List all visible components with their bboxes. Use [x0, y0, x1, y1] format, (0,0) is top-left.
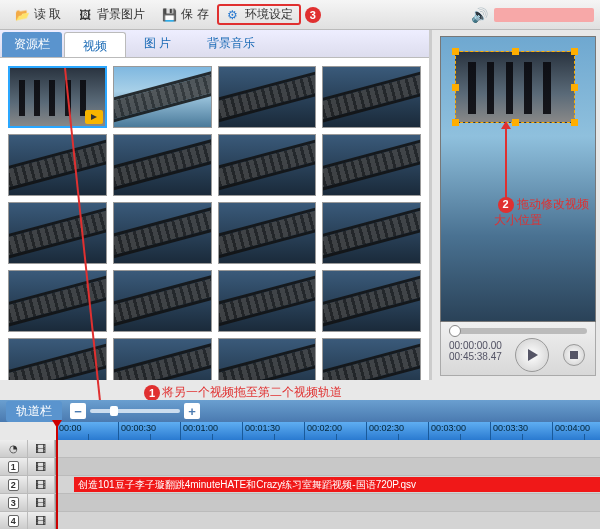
track-lane[interactable]: 创造101豆子李子璇翻跳4minuteHATE和Crazy练习室舞蹈视频-国语7… — [56, 476, 600, 493]
thumb-item[interactable] — [218, 134, 317, 196]
track-lane[interactable] — [56, 440, 600, 457]
film-icon — [28, 458, 56, 475]
preview-panel: 2 拖动修改视频 大小位置 00:00:00.00 00:45:38.47 — [432, 30, 600, 380]
film-icon — [28, 476, 56, 493]
ruler-tick: 00:01:30 — [242, 422, 304, 440]
ruler-tick: 00:02:00 — [304, 422, 366, 440]
resize-handle[interactable] — [452, 48, 459, 55]
video-clip[interactable]: 创造101豆子李子璇翻跳4minuteHATE和Crazy练习室舞蹈视频-国语7… — [74, 477, 600, 492]
thumb-item[interactable] — [113, 134, 212, 196]
thumb-item[interactable] — [8, 338, 107, 380]
zoom-out-button[interactable]: − — [70, 403, 86, 419]
track-lane[interactable] — [56, 512, 600, 529]
thumb-item[interactable] — [8, 66, 107, 128]
tab-source[interactable]: 资源栏 — [2, 32, 62, 57]
seek-bar[interactable] — [449, 328, 587, 334]
time-display: 00:00:00.00 00:45:38.47 — [449, 340, 502, 362]
thumb-item[interactable] — [113, 66, 212, 128]
annotation-2-text1: 拖动修改视频 — [517, 197, 589, 211]
thumb-item[interactable] — [218, 270, 317, 332]
zoom-control: − + — [70, 403, 200, 419]
resize-handle[interactable] — [512, 119, 519, 126]
track-row: 2 创造101豆子李子璇翻跳4minuteHATE和Crazy练习室舞蹈视频-国… — [0, 476, 600, 494]
clock-icon — [0, 440, 28, 457]
tab-bgm[interactable]: 背景音乐 — [189, 30, 273, 57]
preview-controls: 00:00:00.00 00:45:38.47 — [440, 322, 596, 376]
thumb-item[interactable] — [322, 66, 421, 128]
ruler-tick: 00:02:30 — [366, 422, 428, 440]
thumb-item[interactable] — [322, 134, 421, 196]
track-lane[interactable] — [56, 494, 600, 511]
resize-handle[interactable] — [571, 119, 578, 126]
ruler-tick: 00:00:30 — [118, 422, 180, 440]
track-lane[interactable] — [56, 458, 600, 475]
thumb-item[interactable] — [113, 338, 212, 380]
save-label: 保 存 — [181, 6, 208, 23]
resize-handle[interactable] — [452, 84, 459, 91]
settings-button[interactable]: ⚙ 环境设定 — [217, 4, 301, 25]
track-row-time — [0, 440, 600, 458]
annotation-badge-1: 1 — [144, 385, 160, 401]
track-row: 1 — [0, 458, 600, 476]
zoom-slider[interactable] — [90, 409, 180, 413]
zoom-in-button[interactable]: + — [184, 403, 200, 419]
save-button[interactable]: 💾 保 存 — [153, 4, 216, 25]
timeline-tracks: 1 2 创造101豆子李子璇翻跳4minuteHATE和Crazy练习室舞蹈视频… — [0, 440, 600, 529]
disk-icon: 💾 — [161, 7, 177, 23]
thumbnail-grid — [0, 58, 429, 380]
tab-image[interactable]: 图 片 — [126, 30, 189, 57]
track-row: 4 — [0, 512, 600, 529]
bgimage-button[interactable]: 🖼 背景图片 — [69, 4, 153, 25]
trackbar-label: 轨道栏 — [6, 401, 62, 422]
tab-video[interactable]: 视频 — [64, 32, 126, 57]
ruler-tick: 00:00 — [56, 422, 118, 440]
resize-handle[interactable] — [571, 48, 578, 55]
thumb-item[interactable] — [8, 202, 107, 264]
ruler-tick: 00:03:30 — [490, 422, 552, 440]
track-num: 2 — [0, 476, 28, 493]
time-total: 00:45:38.47 — [449, 351, 502, 362]
ruler-tick: 00:04:00 — [552, 422, 600, 440]
open-label: 读 取 — [34, 6, 61, 23]
thumb-item[interactable] — [322, 270, 421, 332]
preview-canvas[interactable]: 2 拖动修改视频 大小位置 — [440, 36, 596, 322]
main-toolbar: 📂 读 取 🖼 背景图片 💾 保 存 ⚙ 环境设定 3 🔊 — [0, 0, 600, 30]
annotation-badge-2: 2 — [498, 197, 514, 213]
thumb-item[interactable] — [218, 202, 317, 264]
stop-button[interactable] — [563, 344, 585, 366]
time-current: 00:00:00.00 — [449, 340, 502, 351]
thumb-item[interactable] — [218, 338, 317, 380]
thumb-item[interactable] — [8, 134, 107, 196]
settings-label: 环境设定 — [245, 6, 293, 23]
resize-handle[interactable] — [452, 119, 459, 126]
track-num: 3 — [0, 494, 28, 511]
ruler-tick: 00:01:00 — [180, 422, 242, 440]
annotation-2: 2 拖动修改视频 大小位置 — [494, 197, 589, 227]
resize-handle[interactable] — [512, 48, 519, 55]
thumb-item[interactable] — [113, 202, 212, 264]
timeline-ruler[interactable]: 00:0000:00:3000:01:0000:01:3000:02:0000:… — [56, 422, 600, 440]
track-num: 1 — [0, 458, 28, 475]
speaker-icon[interactable]: 🔊 — [465, 7, 494, 23]
annotation-2-text2: 大小位置 — [494, 213, 542, 227]
playhead[interactable] — [56, 422, 58, 529]
track-num: 4 — [0, 512, 28, 529]
film-icon — [28, 494, 56, 511]
thumb-item[interactable] — [218, 66, 317, 128]
thumb-item[interactable] — [113, 270, 212, 332]
image-icon: 🖼 — [77, 7, 93, 23]
open-button[interactable]: 📂 读 取 — [6, 4, 69, 25]
play-button[interactable] — [515, 338, 549, 372]
thumb-item[interactable] — [322, 202, 421, 264]
film-icon — [28, 440, 56, 457]
annotation-badge-3: 3 — [305, 7, 321, 23]
video-badge-icon — [85, 110, 103, 124]
ruler-tick: 00:03:00 — [428, 422, 490, 440]
folder-icon: 📂 — [14, 7, 30, 23]
resource-tabs: 资源栏 视频 图 片 背景音乐 — [0, 30, 429, 58]
preview-overlay-frame[interactable] — [455, 51, 575, 123]
resize-handle[interactable] — [571, 84, 578, 91]
annotation-1-text: 将另一个视频拖至第二个视频轨道 — [162, 384, 342, 401]
thumb-item[interactable] — [322, 338, 421, 380]
seek-thumb[interactable] — [449, 325, 461, 337]
